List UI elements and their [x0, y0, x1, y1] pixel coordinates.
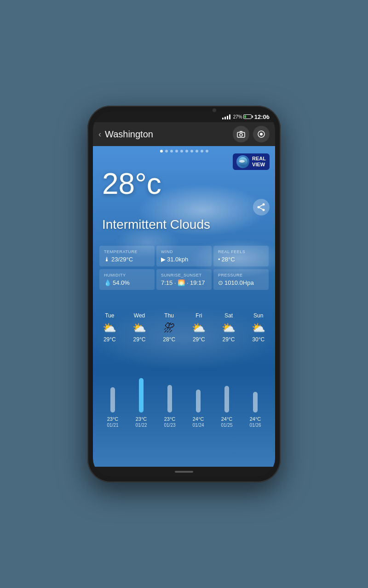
stat-real-feels: REAL FEELS • 28°C: [213, 246, 269, 266]
real-view-icon: [236, 155, 249, 168]
bar-3: [184, 390, 213, 413]
forecast-day-0: Tue ⛅ 29°C: [95, 311, 125, 345]
svg-point-5: [239, 160, 245, 163]
forecast-day-5: Sun ⛅ 30°C: [243, 311, 273, 345]
stat-wind-icon: ▶: [161, 256, 166, 263]
signal-bar-3: [227, 116, 228, 119]
bar-label-3: 24°C 01/24: [184, 416, 213, 428]
signal-bar-2: [224, 117, 226, 119]
bar-label-1: 23°C 01/22: [127, 416, 155, 428]
bar-label-0: 23°C 01/21: [98, 416, 127, 428]
menu-button[interactable]: [253, 126, 270, 142]
bar-label-5: 24°C 01/26: [241, 416, 270, 428]
forecast-day-1: Wed ⛅ 29°C: [125, 311, 155, 345]
dot-1[interactable]: [165, 150, 168, 153]
dot-8[interactable]: [201, 150, 203, 153]
stat-temperature-icon: 🌡: [104, 256, 110, 263]
back-button[interactable]: ‹: [98, 130, 101, 139]
stats-row-2: HUMIDITY 💧 54.0% SUNRISE_SUNSET 7:15 · 🌅…: [98, 268, 270, 291]
forecast-day-3: Fri ⛅ 29°C: [184, 311, 214, 345]
stat-wind-label: WIND: [161, 249, 207, 254]
bar-5: [241, 392, 270, 413]
dot-2[interactable]: [170, 150, 173, 153]
phone-frame: 27% 12:06 ‹ Washington: [87, 106, 281, 482]
signal-bar-4: [229, 114, 230, 119]
phone-screen: 27% 12:06 ‹ Washington: [93, 111, 275, 477]
bar-2-fill: [167, 385, 172, 413]
bar-4-fill: [224, 386, 229, 413]
stat-temperature-label: TEMPERATURE: [104, 249, 150, 254]
forecast-day-2: Thu ⛈ 28°C: [154, 311, 184, 345]
svg-point-3: [260, 133, 263, 136]
nav-bar: ‹ Washington: [93, 122, 275, 146]
bar-1: [127, 378, 155, 413]
signal-indicator: [222, 114, 230, 119]
city-title: Washington: [105, 129, 229, 140]
status-time: 12:06: [254, 113, 270, 120]
stat-pressure: PRESSURE ⊙ 1010.0Hpa: [213, 269, 269, 290]
bar-0: [98, 387, 127, 413]
temperature-display: 28°c: [102, 169, 161, 198]
stat-sunrise-label: SUNRISE_SUNSET: [161, 273, 207, 277]
stat-sunrise-sunset: SUNRISE_SUNSET 7:15 · 🌅 · 19:17: [156, 269, 212, 290]
stat-humidity-label: HUMIDITY: [104, 273, 150, 277]
bar-2: [155, 385, 184, 413]
share-button[interactable]: [253, 199, 270, 215]
home-indicator: [175, 471, 193, 473]
bar-5-fill: [253, 392, 258, 413]
stat-pressure-label: PRESSURE: [218, 273, 264, 277]
stat-pressure-icon: ⊙: [218, 279, 223, 286]
home-bar: [93, 467, 275, 477]
stat-pressure-value: ⊙ 1010.0Hpa: [218, 279, 264, 286]
svg-line-9: [259, 204, 264, 207]
camera-button[interactable]: [233, 126, 249, 142]
bar-4: [213, 386, 241, 413]
svg-line-10: [259, 207, 264, 210]
bar-label-2: 23°C 01/23: [155, 416, 184, 428]
dot-6[interactable]: [190, 150, 193, 153]
signal-bar-1: [222, 118, 224, 119]
stat-sunrise-text: 7:15 · 🌅 · 19:17: [161, 279, 205, 286]
battery-indicator: 27%: [233, 114, 252, 119]
stat-temperature: TEMPERATURE 🌡 23/29°C: [99, 246, 155, 266]
dot-5[interactable]: [185, 150, 188, 153]
stat-wind-value: ▶ 31.0kph: [161, 256, 207, 263]
stat-real-feels-label: REAL FEELS: [218, 249, 264, 254]
stat-humidity: HUMIDITY 💧 54.0%: [99, 269, 155, 290]
real-view-badge[interactable]: REAL VIEW: [233, 153, 270, 170]
battery-fill: [244, 115, 246, 118]
bars-section: 23°C 01/21 23°C 01/22 23°C 01/23 24°C 01…: [93, 371, 275, 428]
stat-humidity-value: 💧 54.0%: [104, 279, 150, 286]
bar-3-fill: [196, 390, 201, 413]
weather-condition: Intermittent Clouds: [102, 217, 210, 232]
phone-camera: [213, 108, 216, 112]
stat-sunrise-value: 7:15 · 🌅 · 19:17: [161, 279, 207, 286]
bars-container: [95, 371, 273, 413]
real-view-label: REAL VIEW: [252, 156, 266, 168]
forecast-row: Tue ⛅ 29°C Wed ⛅ 29°C Thu ⛈ 28°C: [95, 311, 273, 345]
bar-0-fill: [110, 387, 115, 413]
stat-real-feels-icon: •: [218, 256, 220, 263]
pagination-dots: [93, 150, 275, 153]
temperature-value: 28°c: [102, 169, 161, 198]
weather-content: REAL VIEW 28°c Intermittent Clouds: [93, 146, 275, 467]
stat-temperature-value: 🌡 23/29°C: [104, 256, 150, 263]
stats-section: TEMPERATURE 🌡 23/29°C WIND ▶ 31.0kph: [93, 245, 275, 292]
dot-7[interactable]: [196, 150, 198, 153]
stats-row-1: TEMPERATURE 🌡 23/29°C WIND ▶ 31.0kph: [98, 245, 270, 267]
dot-0[interactable]: [160, 150, 163, 153]
bar-1-fill: [139, 378, 144, 413]
bar-label-4: 24°C 01/25: [213, 416, 241, 428]
bar-labels: 23°C 01/21 23°C 01/22 23°C 01/23 24°C 01…: [95, 416, 273, 428]
forecast-day-4: Sat ⛅ 29°C: [214, 311, 244, 345]
svg-point-1: [240, 134, 242, 136]
battery-percent: 27%: [233, 114, 242, 119]
stat-wind: WIND ▶ 31.0kph: [156, 246, 212, 266]
dot-9[interactable]: [206, 150, 208, 153]
stat-humidity-icon: 💧: [104, 279, 111, 286]
battery-icon: [243, 114, 252, 119]
svg-rect-0: [237, 132, 245, 137]
dot-4[interactable]: [180, 150, 183, 153]
forecast-section: Tue ⛅ 29°C Wed ⛅ 29°C Thu ⛈ 28°C: [93, 311, 275, 345]
dot-3[interactable]: [175, 150, 178, 153]
